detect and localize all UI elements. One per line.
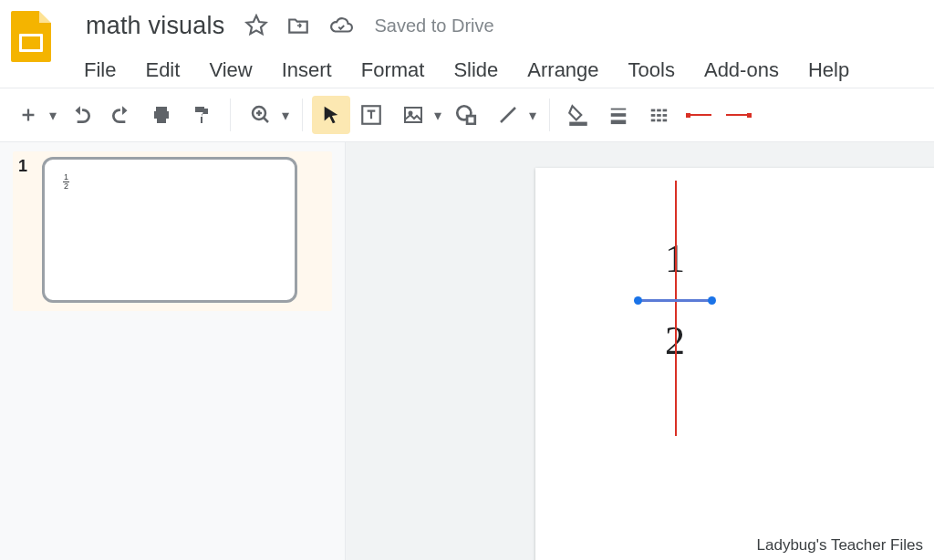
slide-canvas[interactable]: 1 2 xyxy=(535,168,934,560)
redo-button[interactable] xyxy=(102,96,140,134)
line-end-button[interactable] xyxy=(720,96,758,134)
new-slide-button[interactable]: ▾ xyxy=(7,96,60,134)
menu-help[interactable]: Help xyxy=(806,55,851,86)
svg-rect-11 xyxy=(663,109,668,112)
caret-down-icon: ▾ xyxy=(282,107,289,124)
toolbar: ▾ ▾ ▾ ▾ xyxy=(0,88,934,142)
shape-button[interactable] xyxy=(447,96,485,134)
caret-down-icon: ▾ xyxy=(434,107,441,124)
line-weight-button[interactable] xyxy=(599,96,638,134)
image-button[interactable]: ▾ xyxy=(392,96,445,134)
svg-rect-5 xyxy=(569,122,587,126)
fraction-line-selected[interactable] xyxy=(638,281,712,319)
move-folder-icon[interactable] xyxy=(286,14,310,37)
menu-addons[interactable]: Add-ons xyxy=(702,55,781,86)
svg-rect-12 xyxy=(651,114,656,117)
guide-vertical-line xyxy=(675,181,677,436)
svg-rect-6 xyxy=(611,109,627,110)
menu-slide[interactable]: Slide xyxy=(451,55,500,86)
undo-button[interactable] xyxy=(62,96,100,134)
print-button[interactable] xyxy=(142,96,181,134)
svg-rect-17 xyxy=(663,119,668,122)
separator xyxy=(230,99,231,131)
menu-file[interactable]: File xyxy=(82,55,118,86)
menu-view[interactable]: View xyxy=(207,55,254,86)
svg-rect-16 xyxy=(657,119,661,122)
svg-rect-13 xyxy=(657,114,661,117)
thumbnail-preview[interactable]: 1 2 xyxy=(42,157,297,303)
thumbnail-number: 1 xyxy=(18,157,27,176)
slides-logo xyxy=(11,11,55,66)
line-color-button[interactable] xyxy=(559,96,597,134)
thumbnail-fraction: 1 2 xyxy=(63,174,69,190)
menu-insert[interactable]: Insert xyxy=(280,55,334,86)
document-title[interactable]: math visuals xyxy=(82,10,228,42)
select-tool-button[interactable] xyxy=(312,96,350,134)
menu-bar: File Edit View Insert Format Slide Arran… xyxy=(82,55,925,86)
menu-format[interactable]: Format xyxy=(359,55,427,86)
zoom-button[interactable]: ▾ xyxy=(240,96,293,134)
svg-rect-10 xyxy=(657,109,661,112)
svg-rect-8 xyxy=(611,120,627,125)
caret-down-icon: ▾ xyxy=(49,107,57,124)
canvas-area[interactable]: 1 2 xyxy=(345,142,934,560)
menu-edit[interactable]: Edit xyxy=(143,55,182,86)
menu-tools[interactable]: Tools xyxy=(627,55,677,86)
line-start-button[interactable] xyxy=(680,96,718,134)
line-dash-button[interactable] xyxy=(639,96,678,134)
star-icon[interactable] xyxy=(244,14,268,37)
caret-down-icon: ▾ xyxy=(529,107,536,124)
paint-format-button[interactable] xyxy=(182,96,221,134)
line-button[interactable]: ▾ xyxy=(487,96,540,134)
attribution-text: Ladybug's Teacher Files xyxy=(757,536,923,555)
svg-rect-7 xyxy=(611,113,627,117)
separator xyxy=(549,99,550,131)
film-strip[interactable]: 1 1 2 xyxy=(0,142,345,560)
saved-status: Saved to Drive xyxy=(374,16,493,36)
app-header: math visuals Saved to Drive File Edit Vi… xyxy=(0,0,934,88)
slide-thumbnail-selected[interactable]: 1 1 2 xyxy=(13,151,332,311)
workspace: 1 1 2 1 2 xyxy=(0,142,934,560)
cloud-saved-icon[interactable] xyxy=(328,14,354,37)
text-box-button[interactable] xyxy=(352,96,390,134)
svg-rect-14 xyxy=(663,114,668,117)
fraction-object[interactable]: 1 2 xyxy=(638,237,712,363)
menu-arrange[interactable]: Arrange xyxy=(525,55,600,86)
svg-rect-9 xyxy=(651,109,656,112)
separator xyxy=(302,99,303,131)
svg-rect-2 xyxy=(405,108,421,122)
svg-rect-15 xyxy=(651,119,656,122)
